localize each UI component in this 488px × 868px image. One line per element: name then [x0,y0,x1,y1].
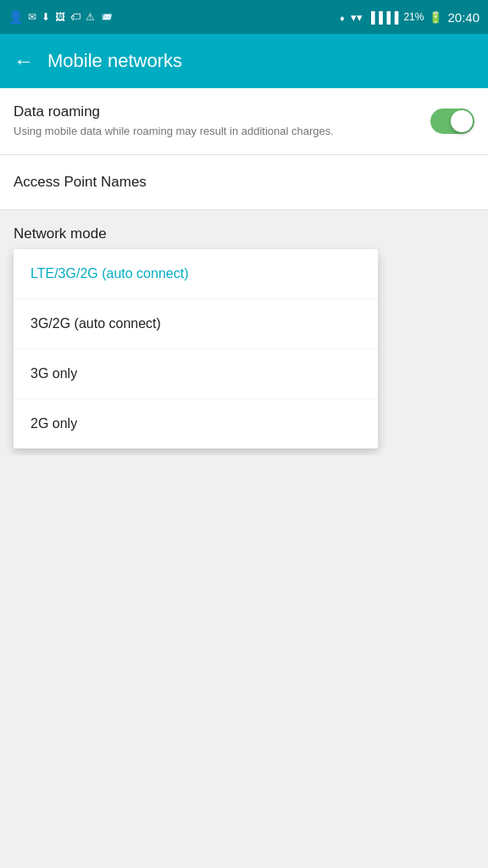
network-mode-label: Network mode [14,225,474,242]
status-time: 20:40 [447,10,480,25]
network-option-lte[interactable]: LTE/3G/2G (auto connect) [14,249,378,299]
warning-icon: ⚠ [86,11,95,23]
network-option-3g[interactable]: 3G only [14,349,378,399]
data-roaming-subtitle: Using mobile data while roaming may resu… [14,124,417,139]
network-option-3g2g[interactable]: 3G/2G (auto connect) [14,299,378,349]
person-icon: 👤 [8,10,23,24]
email-icon: ✉ [28,11,36,23]
bluetooth-icon: ⬧ [339,11,346,24]
tag-icon: 🏷 [70,11,80,23]
status-icons-left: 👤 ✉ ⬇ 🖼 🏷 ⚠ 📨 [8,10,113,24]
wifi-icon: ▾▾ [351,11,363,24]
download-icon: ⬇ [42,11,50,23]
data-roaming-item[interactable]: Data roaming Using mobile data while roa… [0,88,488,154]
status-bar: 👤 ✉ ⬇ 🖼 🏷 ⚠ 📨 ⬧ ▾▾ ▐▐▐▐ 21% 🔋 20:40 [0,0,488,34]
network-mode-dropdown[interactable]: LTE/3G/2G (auto connect) 3G/2G (auto con… [14,249,378,448]
data-roaming-title: Data roaming [14,103,417,120]
signal-icon: ▐▐▐▐ [368,11,399,24]
access-point-names-title: Access Point Names [14,174,474,191]
background-area [0,455,488,794]
access-point-names-item[interactable]: Access Point Names [0,155,488,209]
mail-icon: 📨 [100,11,113,23]
network-mode-section: Network mode LTE/3G/2G (auto connect) 3G… [0,210,488,455]
image-icon: 🖼 [55,11,65,23]
battery-icon: 🔋 [429,11,442,24]
battery-text: 21% [403,11,424,23]
network-option-2g[interactable]: 2G only [14,399,378,448]
back-button[interactable]: ← [14,49,34,73]
data-roaming-toggle[interactable] [430,108,474,134]
toggle-thumb [451,110,473,132]
page-title: Mobile networks [47,50,182,72]
data-roaming-text: Data roaming Using mobile data while roa… [14,103,430,139]
toggle-track [430,108,474,134]
app-bar: ← Mobile networks [0,34,488,88]
status-icons-right: ⬧ ▾▾ ▐▐▐▐ 21% 🔋 20:40 [339,10,480,25]
settings-content: Data roaming Using mobile data while roa… [0,88,488,210]
